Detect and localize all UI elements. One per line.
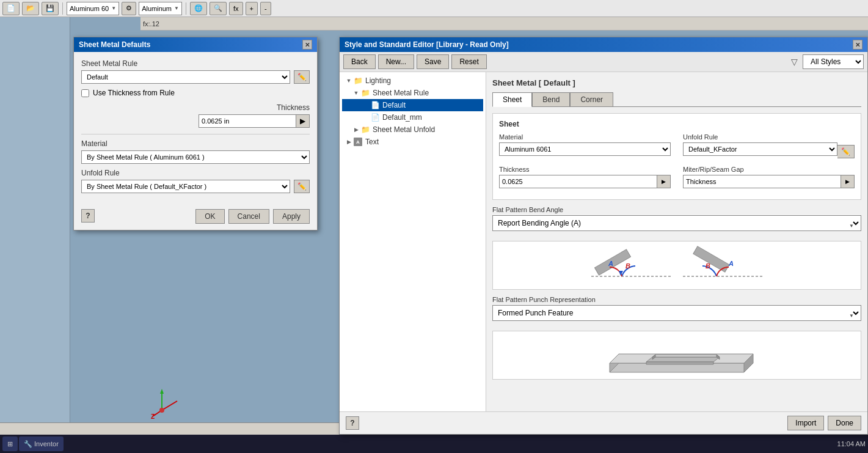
toolbar-sep-1 <box>62 2 63 15</box>
unfold-field-edit-btn[interactable]: ✏️ <box>837 145 855 158</box>
cancel-btn[interactable]: Cancel <box>228 209 269 224</box>
svg-marker-19 <box>646 357 720 362</box>
import-btn[interactable]: Import <box>787 416 824 430</box>
editor-main-title: Sheet Metal [ Default ] <box>492 78 861 87</box>
rule-select[interactable]: Default <box>81 70 290 84</box>
material-dropdown-2[interactable]: Aluminum ▼ <box>139 2 182 15</box>
miter-field-arrow[interactable]: ▶ <box>841 175 855 188</box>
unfold-field-label: Unfold Rule <box>683 133 855 141</box>
rule-row: Default ✏️ <box>81 70 310 84</box>
editor-tabs: Sheet Bend Corner <box>492 92 861 107</box>
pencil-icon-rule: ✏️ <box>297 73 307 81</box>
miter-field-label: Miter/Rip/Seam Gap <box>683 166 855 173</box>
thickness-arrow[interactable]: ▶ <box>296 114 310 128</box>
toolbar-btn-globe[interactable]: 🌐 <box>190 2 207 15</box>
editor-title: Style and Standard Editor [Library - Rea… <box>345 40 509 49</box>
tree-item-sheet-metal-unfold[interactable]: ▶ 📁 Sheet Metal Unfold <box>342 123 483 136</box>
tab-bend[interactable]: Bend <box>532 92 570 106</box>
rule-label: Sheet Metal Rule <box>81 59 310 68</box>
material-select[interactable]: By Sheet Metal Rule ( Aluminum 6061 ) <box>81 150 310 164</box>
taskbar-item-1[interactable]: 🔧 Inventor <box>19 436 64 451</box>
bend-angle-select[interactable]: Report Bending Angle (A) <box>492 215 861 231</box>
unfold-row: By Sheet Metal Rule ( Default_KFactor ) … <box>81 180 310 193</box>
material-field-select[interactable]: Aluminum 6061 <box>499 142 671 156</box>
thickness-field-arrow[interactable]: ▶ <box>657 175 671 188</box>
thickness-field-label: Thickness <box>499 166 671 173</box>
top-toolbar: 📄 📂 💾 Aluminum 60 ▼ ⚙ Aluminum ▼ 🌐 🔍 fx … <box>0 0 868 17</box>
tree-item-default[interactable]: 📄 Default <box>342 99 483 111</box>
main-area: fx:.12 Z Sheet Metal Defaults ✕ <box>0 17 868 435</box>
tree-item-default-mm[interactable]: 📄 Default_mm <box>342 111 483 123</box>
punch-select[interactable]: Formed Punch Feature <box>492 305 861 321</box>
unfold-select[interactable]: By Sheet Metal Rule ( Default_KFactor ) <box>81 180 290 193</box>
editor-main: Sheet Metal [ Default ] Sheet Bend Corne… <box>486 72 867 411</box>
editor-titlebar: Style and Standard Editor [Library - Rea… <box>340 37 867 52</box>
flat-pattern-punch-label: Flat Pattern Punch Representation <box>492 296 861 303</box>
material-field-row: Aluminum 6061 <box>499 142 671 161</box>
toolbar-btn-search[interactable]: 🔍 <box>210 2 227 15</box>
miter-field-input[interactable] <box>683 175 841 188</box>
unfold-label: Unfold Rule <box>81 169 310 177</box>
svg-text:Z: Z <box>151 413 155 420</box>
material-field-label: Material <box>499 133 671 141</box>
reset-btn[interactable]: Reset <box>451 54 486 69</box>
bend-angle-section: Flat Pattern Bend Angle Report Bending A… <box>492 206 861 290</box>
toolbar-btn-new[interactable]: 📄 <box>2 2 20 15</box>
col-unfold: Unfold Rule Default_KFactor ✏️ Miter/Rip… <box>683 133 855 193</box>
taskbar-start[interactable]: ⊞ <box>2 436 18 451</box>
ok-btn[interactable]: OK <box>195 209 224 224</box>
editor-close-btn[interactable]: ✕ <box>853 40 863 50</box>
sheet-section-title: Sheet <box>499 120 855 128</box>
apply-btn[interactable]: Apply <box>273 209 310 224</box>
editor-footer-right: Import Done <box>787 416 861 430</box>
back-btn[interactable]: Back <box>343 54 376 69</box>
thickness-field-input[interactable] <box>499 175 657 188</box>
toolbar-btn-fx[interactable]: fx <box>229 2 243 15</box>
toolbar-btn-save[interactable]: 💾 <box>42 2 59 15</box>
rule-edit-btn[interactable]: ✏️ <box>294 70 310 84</box>
material-dropdown-1-value: Aluminum 60 <box>70 5 109 12</box>
tree-label-default: Default <box>382 101 406 109</box>
use-thickness-checkbox[interactable] <box>81 89 89 97</box>
new-btn[interactable]: New... <box>378 54 414 69</box>
fx-bar-canvas: fx:.12 <box>140 17 868 31</box>
tree-item-text[interactable]: ▶ A Text <box>342 136 483 148</box>
filter-icon: ▽ <box>788 56 800 68</box>
dialog-smd-title: Sheet Metal Defaults <box>79 40 150 49</box>
material-dropdown-1[interactable]: Aluminum 60 ▼ <box>67 2 119 15</box>
tab-corner[interactable]: Corner <box>570 92 613 106</box>
save-btn[interactable]: Save <box>417 54 449 69</box>
material-dropdown-1-chevron: ▼ <box>111 6 116 11</box>
toolbar-btn-open[interactable]: 📂 <box>22 2 39 15</box>
svg-text:A: A <box>728 260 734 267</box>
tree-item-lighting[interactable]: ▼ 📁 Lighting <box>342 75 483 87</box>
bend-angle-dropdown-row: Report Bending Angle (A) ▼ <box>492 215 861 236</box>
filter-dropdown[interactable]: All Styles <box>803 54 864 69</box>
tab-sheet[interactable]: Sheet <box>492 92 532 107</box>
tree-label-default-mm: Default_mm <box>382 113 422 122</box>
taskbar: ⊞ 🔧 Inventor 11:04 AM <box>0 435 868 453</box>
unfold-field-select[interactable]: Default_KFactor <box>683 142 837 156</box>
toolbar-btn-plus[interactable]: + <box>246 2 258 15</box>
tree-icon-text: A <box>353 137 363 147</box>
svg-marker-20 <box>646 362 713 364</box>
tree-expand-text[interactable]: ▶ <box>345 138 353 146</box>
toolbar-sep-2 <box>186 2 186 15</box>
unfold-edit-btn[interactable]: ✏️ <box>294 180 310 193</box>
tree-item-sheet-metal-rule[interactable]: ▼ 📁 Sheet Metal Rule <box>342 87 483 99</box>
tree-expand-smu[interactable]: ▶ <box>352 125 360 134</box>
tree-icon-lighting: 📁 <box>353 76 363 86</box>
punch-dropdown-row: Formed Punch Feature ▼ <box>492 305 861 326</box>
dialog-smd-titlebar: Sheet Metal Defaults ✕ <box>74 37 317 52</box>
dialog-smd-close-btn[interactable]: ✕ <box>302 40 312 50</box>
thickness-label-right: Thickness <box>199 103 310 112</box>
editor-help-btn[interactable]: ? <box>346 416 359 430</box>
tree-expand-lighting[interactable]: ▼ <box>345 76 353 85</box>
thickness-input[interactable] <box>199 114 296 128</box>
done-btn[interactable]: Done <box>828 416 861 430</box>
dialog-help-btn[interactable]: ? <box>81 209 95 223</box>
svg-line-2 <box>162 401 177 410</box>
toolbar-btn-minus[interactable]: - <box>260 2 271 15</box>
tree-expand-smr[interactable]: ▼ <box>352 89 360 97</box>
toolbar-btn-icon[interactable]: ⚙ <box>122 2 136 15</box>
